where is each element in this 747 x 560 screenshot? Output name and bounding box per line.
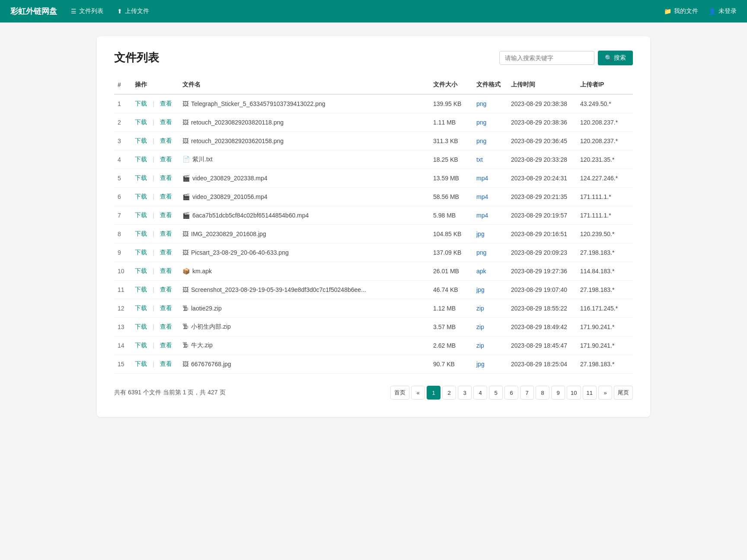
cell-size: 1.11 MB <box>430 113 473 132</box>
page-btn-_[interactable]: « <box>411 386 425 400</box>
page-btn-4[interactable]: 4 <box>473 386 487 400</box>
action-sep: ｜ <box>150 193 156 200</box>
folder-icon: 📁 <box>664 8 671 15</box>
navbar: 彩虹外链网盘 ☰ 文件列表 ⬆ 上传文件 📁 我的文件 👤 未登录 <box>0 0 747 22</box>
upload-icon: ⬆ <box>117 8 122 15</box>
page-btn-3[interactable]: 3 <box>458 386 472 400</box>
page-btn-_[interactable]: » <box>598 386 612 400</box>
download-link[interactable]: 下载 <box>135 174 147 181</box>
col-header-size: 文件大小 <box>430 76 473 94</box>
view-link[interactable]: 查看 <box>160 286 172 293</box>
download-link[interactable]: 下载 <box>135 323 147 330</box>
user-icon: 👤 <box>709 8 716 15</box>
file-type-icon: 🖼 <box>182 286 188 293</box>
cell-action: 下载 ｜ 查看 <box>131 262 179 281</box>
page-btn-1[interactable]: 1 <box>427 386 441 400</box>
view-link[interactable]: 查看 <box>160 137 172 144</box>
nav-upload[interactable]: ⬆ 上传文件 <box>117 7 149 15</box>
view-link[interactable]: 查看 <box>160 193 172 200</box>
download-link[interactable]: 下载 <box>135 360 147 367</box>
page-btn-10[interactable]: 10 <box>567 386 581 400</box>
table-row: 4 下载 ｜ 查看 📄紫川.txt 18.25 KB txt 2023-08-2… <box>114 150 633 169</box>
download-link[interactable]: 下载 <box>135 100 147 107</box>
cell-time: 2023-08-29 20:16:51 <box>508 225 577 243</box>
page-btn-2[interactable]: 2 <box>442 386 456 400</box>
table-row: 10 下载 ｜ 查看 📦km.apk 26.01 MB apk 2023-08-… <box>114 262 633 281</box>
format-badge: zip <box>476 305 484 312</box>
format-badge: png <box>476 119 486 126</box>
action-sep: ｜ <box>150 137 156 144</box>
file-type-icon: 🎬 <box>182 175 190 182</box>
cell-size: 1.12 MB <box>430 299 473 318</box>
format-badge: mp4 <box>476 193 488 200</box>
view-link[interactable]: 查看 <box>160 156 172 163</box>
download-link[interactable]: 下载 <box>135 137 147 144</box>
file-type-icon: 🖼 <box>182 230 188 237</box>
view-link[interactable]: 查看 <box>160 304 172 311</box>
download-link[interactable]: 下载 <box>135 286 147 293</box>
page-btn-__[interactable]: 尾页 <box>614 386 633 400</box>
cell-num: 7 <box>114 206 131 225</box>
page-btn-9[interactable]: 9 <box>551 386 565 400</box>
page-btn-11[interactable]: 11 <box>583 386 597 400</box>
cell-filename: 🖼Telegraph_Sticker_5_6334579103739413022… <box>179 94 430 113</box>
search-button[interactable]: 🔍 搜索 <box>598 51 633 65</box>
view-link[interactable]: 查看 <box>160 100 172 107</box>
cell-num: 8 <box>114 225 131 243</box>
cell-filename: 🎬video_230829_201056.mp4 <box>179 188 430 206</box>
file-type-icon: 📦 <box>182 268 190 275</box>
search-input[interactable] <box>499 51 594 65</box>
cell-time: 2023-08-29 20:38:36 <box>508 113 577 132</box>
page-btn-7[interactable]: 7 <box>520 386 534 400</box>
page-btn-5[interactable]: 5 <box>489 386 503 400</box>
cell-num: 2 <box>114 113 131 132</box>
cell-ip: 124.227.246.* <box>577 169 633 188</box>
download-link[interactable]: 下载 <box>135 156 147 163</box>
download-link[interactable]: 下载 <box>135 304 147 311</box>
col-header-name: 文件名 <box>179 76 430 94</box>
view-link[interactable]: 查看 <box>160 118 172 125</box>
download-link[interactable]: 下载 <box>135 193 147 200</box>
cell-action: 下载 ｜ 查看 <box>131 299 179 318</box>
cell-ip: 27.198.183.* <box>577 281 633 299</box>
nav-file-list[interactable]: ☰ 文件列表 <box>71 7 103 15</box>
page-btn-8[interactable]: 8 <box>536 386 549 400</box>
view-link[interactable]: 查看 <box>160 211 172 218</box>
cell-action: 下载 ｜ 查看 <box>131 225 179 243</box>
file-type-icon: 🖼 <box>182 119 188 126</box>
format-badge: apk <box>476 268 486 275</box>
view-link[interactable]: 查看 <box>160 230 172 237</box>
cell-size: 104.85 KB <box>430 225 473 243</box>
download-link[interactable]: 下载 <box>135 342 147 349</box>
view-link[interactable]: 查看 <box>160 360 172 367</box>
view-link[interactable]: 查看 <box>160 174 172 181</box>
download-link[interactable]: 下载 <box>135 267 147 274</box>
cell-format: zip <box>473 299 508 318</box>
cell-num: 14 <box>114 336 131 355</box>
download-link[interactable]: 下载 <box>135 230 147 237</box>
cell-format: png <box>473 94 508 113</box>
cell-size: 13.59 MB <box>430 169 473 188</box>
cell-filename: 📦km.apk <box>179 262 430 281</box>
view-link[interactable]: 查看 <box>160 342 172 349</box>
view-link[interactable]: 查看 <box>160 323 172 330</box>
format-badge: jpg <box>476 361 485 368</box>
cell-size: 58.56 MB <box>430 188 473 206</box>
nav-login[interactable]: 👤 未登录 <box>709 7 737 15</box>
table-row: 11 下载 ｜ 查看 🖼Screenshot_2023-08-29-19-05-… <box>114 281 633 299</box>
page-btn-6[interactable]: 6 <box>504 386 518 400</box>
cell-action: 下载 ｜ 查看 <box>131 355 179 374</box>
page-btn-__[interactable]: 首页 <box>390 386 409 400</box>
download-link[interactable]: 下载 <box>135 211 147 218</box>
cell-ip: 171.111.1.* <box>577 206 633 225</box>
nav-my-files[interactable]: 📁 我的文件 <box>664 7 698 15</box>
download-link[interactable]: 下载 <box>135 118 147 125</box>
download-link[interactable]: 下载 <box>135 249 147 256</box>
view-link[interactable]: 查看 <box>160 249 172 256</box>
cell-size: 18.25 KB <box>430 150 473 169</box>
view-link[interactable]: 查看 <box>160 267 172 274</box>
cell-size: 90.7 KB <box>430 355 473 374</box>
col-header-time: 上传时间 <box>508 76 577 94</box>
cell-num: 5 <box>114 169 131 188</box>
table-row: 9 下载 ｜ 查看 🖼Picsart_23-08-29_20-06-40-633… <box>114 243 633 262</box>
